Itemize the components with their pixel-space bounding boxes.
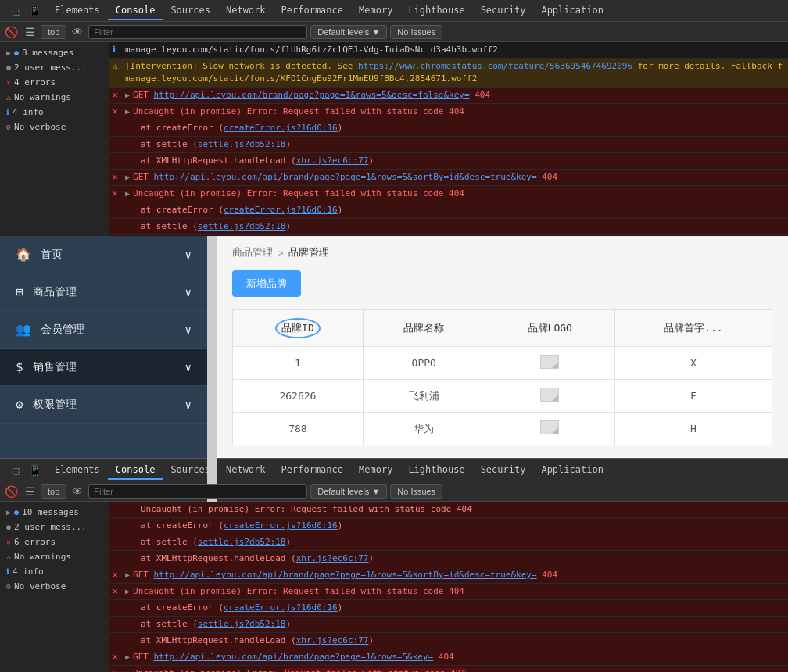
tab-application[interactable]: Application bbox=[533, 2, 611, 20]
error-icon: ✕ bbox=[113, 651, 118, 663]
warning-icon: ⚠ bbox=[113, 60, 118, 73]
log-line: ✕ ▶GET http://api.leyou.com/api/brand/pa… bbox=[109, 567, 788, 584]
table-body: 1 OPPO X 262626 飞利浦 F 788 华为 H bbox=[233, 347, 772, 445]
error-source[interactable]: xhr.js?ec6c:77 bbox=[296, 553, 369, 563]
tab-memory[interactable]: Memory bbox=[351, 2, 400, 20]
cell-logo bbox=[485, 380, 614, 413]
clear-console-icon-bottom[interactable]: 🚫 bbox=[3, 484, 19, 499]
error-source[interactable]: createError.js?16d0:16 bbox=[224, 205, 338, 215]
filter-input-bottom[interactable] bbox=[88, 484, 307, 499]
error-link[interactable]: http://api.leyou.com/api/brand/page?page… bbox=[154, 652, 434, 662]
console-log-top[interactable]: ℹ manage.leyou.com/static/fonts/flUhRg6t… bbox=[109, 42, 788, 236]
expand-icon[interactable]: ▶ bbox=[125, 570, 130, 579]
eye-icon[interactable]: 👁 bbox=[70, 24, 85, 40]
error-source[interactable]: createError.js?16d0:16 bbox=[224, 602, 338, 613]
error-source[interactable]: settle.js?db52:18 bbox=[198, 619, 286, 629]
devtools-icons: ⬚ 📱 bbox=[3, 3, 47, 19]
sidebar-all-messages[interactable]: ▶ ● 8 messages bbox=[0, 45, 109, 60]
filter-icon[interactable]: ☰ bbox=[22, 24, 38, 40]
default-levels-button-bottom[interactable]: Default levels ▼ bbox=[310, 484, 387, 499]
nav-arrow-sales: ∨ bbox=[185, 361, 192, 374]
log-line: ℹ manage.leyou.com/static/fonts/flUhRg6t… bbox=[109, 42, 788, 59]
nav-arrow-permissions: ∨ bbox=[185, 399, 192, 411]
error-source[interactable]: createError.js?16d0:16 bbox=[224, 123, 338, 133]
error-source[interactable]: xhr.js?ec6c:77 bbox=[296, 155, 369, 166]
log-line: at createError (createError.js?16d0:16) bbox=[109, 518, 788, 534]
expand-icon[interactable]: ▶ bbox=[125, 107, 130, 116]
mobile-icon[interactable]: 📱 bbox=[27, 3, 42, 19]
cell-logo bbox=[485, 413, 614, 445]
error-source[interactable]: xhr.js?ec6c:77 bbox=[296, 635, 369, 645]
sidebar-info-bottom[interactable]: ℹ 4 info bbox=[0, 564, 109, 579]
error-source[interactable]: settle.js?db52:18 bbox=[198, 537, 286, 547]
tab-performance-bottom[interactable]: Performance bbox=[274, 461, 351, 480]
expand-icon[interactable]: ▶ bbox=[125, 669, 130, 672]
filter-input-top[interactable] bbox=[88, 25, 307, 39]
nav-item-home[interactable]: 🏠 首页 ∨ bbox=[0, 236, 207, 273]
no-issues-button-bottom[interactable]: No Issues bbox=[390, 484, 442, 499]
sidebar-user-messages[interactable]: ● 2 user mess... bbox=[0, 60, 109, 75]
expand-icon[interactable]: ▶ bbox=[125, 189, 130, 198]
tab-sources-bottom[interactable]: Sources bbox=[163, 461, 218, 480]
nav-item-sales[interactable]: $ 销售管理 ∨ bbox=[0, 349, 207, 386]
breadcrumb-root[interactable]: 商品管理 bbox=[232, 245, 273, 259]
tab-application-bottom[interactable]: Application bbox=[533, 461, 611, 480]
nav-item-members[interactable]: 👥 会员管理 ∨ bbox=[0, 311, 207, 349]
tab-console-bottom[interactable]: Console bbox=[108, 461, 163, 480]
console-sidebar-top: ▶ ● 8 messages ● 2 user mess... ✕ 4 erro… bbox=[0, 42, 109, 236]
error-source[interactable]: settle.js?db52:18 bbox=[198, 221, 286, 231]
error-source[interactable]: createError.js?16d0:16 bbox=[224, 520, 338, 531]
sidebar-user-messages-bottom[interactable]: ● 2 user mess... bbox=[0, 520, 109, 534]
error-link[interactable]: http://api.leyou.com/api/brand/page?page… bbox=[154, 570, 537, 580]
tab-elements[interactable]: Elements bbox=[47, 2, 108, 20]
error-link[interactable]: http://api.leyou.com/api/brand/page?page… bbox=[154, 172, 537, 182]
tab-memory-bottom[interactable]: Memory bbox=[351, 461, 400, 480]
no-issues-button-top[interactable]: No Issues bbox=[390, 25, 442, 39]
tab-network-bottom[interactable]: Network bbox=[218, 461, 274, 480]
tab-security-bottom[interactable]: Security bbox=[473, 461, 534, 480]
sidebar-all-messages-bottom[interactable]: ▶ ● 10 messages bbox=[0, 505, 109, 520]
mobile-icon-bottom[interactable]: 📱 bbox=[27, 463, 42, 478]
sidebar-verbose[interactable]: ⚙ No verbose bbox=[0, 120, 109, 134]
tab-elements-bottom[interactable]: Elements bbox=[47, 461, 108, 480]
tab-network[interactable]: Network bbox=[218, 2, 274, 20]
tab-lighthouse-bottom[interactable]: Lighthouse bbox=[400, 461, 472, 480]
inspect-icon-bottom[interactable]: ⬚ bbox=[8, 463, 23, 478]
default-levels-button-top[interactable]: Default levels ▼ bbox=[310, 25, 387, 39]
error-source[interactable]: settle.js?db52:18 bbox=[198, 139, 286, 149]
filter-icon-bottom[interactable]: ☰ bbox=[22, 484, 38, 499]
tab-lighthouse[interactable]: Lighthouse bbox=[400, 2, 472, 20]
tab-security[interactable]: Security bbox=[473, 2, 534, 20]
tab-console[interactable]: Console bbox=[108, 2, 163, 20]
tab-sources[interactable]: Sources bbox=[163, 2, 218, 20]
expand-icon[interactable]: ▶ bbox=[125, 587, 130, 595]
nav-arrow-members: ∨ bbox=[185, 323, 192, 336]
error-link[interactable]: http://api.leyou.com/brand/page?page=1&r… bbox=[154, 90, 470, 100]
eye-icon-bottom[interactable]: 👁 bbox=[70, 484, 85, 499]
inspect-icon[interactable]: ⬚ bbox=[8, 3, 23, 19]
expand-icon[interactable]: ▶ bbox=[125, 652, 130, 661]
clear-console-icon[interactable]: 🚫 bbox=[3, 24, 19, 40]
top-context-button-bottom[interactable]: top bbox=[41, 484, 66, 499]
cell-id: 788 bbox=[233, 413, 364, 445]
sidebar-errors-bottom[interactable]: ✕ 6 errors bbox=[0, 534, 109, 549]
sidebar-info[interactable]: ℹ 4 info bbox=[0, 105, 109, 120]
warning-link[interactable]: https://www.chromestatus.com/feature/563… bbox=[358, 61, 632, 71]
console-toolbar-top: 🚫 ☰ top 👁 Default levels ▼ No Issues bbox=[0, 22, 788, 42]
sidebar-errors[interactable]: ✕ 4 errors bbox=[0, 75, 109, 90]
sidebar-warnings[interactable]: ⚠ No warnings bbox=[0, 90, 109, 105]
cell-name: 飞利浦 bbox=[363, 380, 485, 413]
console-log-bottom[interactable]: Uncaught (in promise) Error: Request fai… bbox=[109, 502, 788, 672]
tab-performance[interactable]: Performance bbox=[274, 2, 351, 20]
console-area-top: ▶ ● 8 messages ● 2 user mess... ✕ 4 erro… bbox=[0, 42, 788, 236]
expand-icon[interactable]: ▶ bbox=[125, 91, 130, 99]
sidebar-verbose-bottom[interactable]: ⚙ No verbose bbox=[0, 579, 109, 594]
nav-item-permissions[interactable]: ⚙ 权限管理 ∨ bbox=[0, 386, 207, 424]
error-icon: ✕ bbox=[113, 569, 118, 581]
sidebar-warnings-bottom[interactable]: ⚠ No warnings bbox=[0, 549, 109, 564]
error-icon: ✕ bbox=[113, 105, 118, 118]
add-brand-button[interactable]: 新增品牌 bbox=[232, 270, 301, 297]
expand-icon[interactable]: ▶ bbox=[125, 173, 130, 181]
top-context-button[interactable]: top bbox=[41, 25, 66, 39]
nav-item-products[interactable]: ⊞ 商品管理 ∨ bbox=[0, 273, 207, 311]
